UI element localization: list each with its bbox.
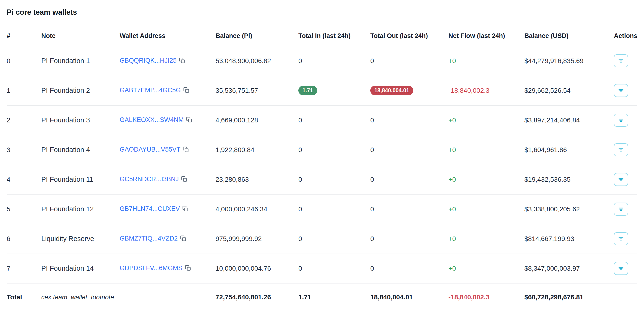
copy-address-button[interactable] xyxy=(185,265,191,273)
copy-icon xyxy=(180,235,186,242)
wallet-address-link[interactable]: GABT7EMP...4GC5G xyxy=(120,87,181,94)
copy-address-button[interactable] xyxy=(182,206,188,214)
total-in: 0 xyxy=(298,135,370,165)
total-in: 0 xyxy=(298,224,370,254)
copy-address-button[interactable] xyxy=(181,176,187,184)
total-in-badge: 1.71 xyxy=(298,86,317,95)
table-row: 6 Liquidity Reserve GBMZ7TIQ...4VZD2 975… xyxy=(7,224,637,254)
filter-icon xyxy=(618,87,624,94)
balance-pi: 1,922,800.84 xyxy=(216,135,298,165)
total-in: 0 xyxy=(298,254,370,283)
wallet-note: PI Foundation 11 xyxy=(41,165,120,194)
net-flow: +0 xyxy=(448,176,456,183)
wallet-note: Liquidity Reserve xyxy=(41,224,120,254)
filter-button[interactable] xyxy=(614,143,628,156)
page: Pi core team wallets # Note Wallet Addre… xyxy=(0,0,644,311)
wallet-note: PI Foundation 12 xyxy=(41,194,120,224)
wallet-note: PI Foundation 4 xyxy=(41,135,120,165)
net-flow: +0 xyxy=(448,116,456,124)
table-row: 1 PI Foundation 2 GABT7EMP...4GC5G 35,53… xyxy=(7,76,637,105)
total-total-out: 18,840,004.01 xyxy=(370,283,448,311)
filter-icon xyxy=(618,117,624,124)
wallet-address-link[interactable]: GB7HLN74...CUXEV xyxy=(120,205,180,212)
total-out: 0 xyxy=(370,46,448,76)
balance-pi: 53,048,900,006.82 xyxy=(216,46,298,76)
filter-button[interactable] xyxy=(614,203,628,216)
copy-icon xyxy=(179,57,185,64)
wallets-table: # Note Wallet Address Balance (Pi) Total… xyxy=(7,26,637,311)
col-header-total-out: Total Out (last 24h) xyxy=(370,26,448,46)
balance-usd: $19,432,536.35 xyxy=(524,165,614,194)
row-index: 4 xyxy=(7,165,41,194)
total-out: 0 xyxy=(370,135,448,165)
filter-button[interactable] xyxy=(614,262,628,275)
balance-pi: 4,669,000,128 xyxy=(216,105,298,135)
table-row: 2 PI Foundation 3 GALKEOXX...SW4NM 4,669… xyxy=(7,105,637,135)
col-header-balance-usd: Balance (USD) xyxy=(524,26,614,46)
col-header-note: Note xyxy=(41,26,120,46)
total-footnote: cex.team_wallet_footnote xyxy=(41,294,114,301)
total-out-badge: 18,840,004.01 xyxy=(370,86,413,95)
balance-usd: $29,662,526.54 xyxy=(524,76,614,105)
wallet-address-link[interactable]: GALKEOXX...SW4NM xyxy=(120,116,184,123)
table-total-row: Total cex.team_wallet_footnote 72,754,64… xyxy=(7,283,637,311)
table-row: 5 PI Foundation 12 GB7HLN74...CUXEV 4,00… xyxy=(7,194,637,224)
col-header-balance-pi: Balance (Pi) xyxy=(216,26,298,46)
copy-address-button[interactable] xyxy=(183,87,190,95)
total-out: 0 xyxy=(370,105,448,135)
filter-button[interactable] xyxy=(614,232,628,245)
copy-address-button[interactable] xyxy=(180,235,186,243)
total-out: 0 xyxy=(370,254,448,283)
copy-address-button[interactable] xyxy=(179,57,185,65)
filter-button[interactable] xyxy=(614,114,628,127)
filter-icon xyxy=(618,57,624,64)
total-in: 0 xyxy=(298,165,370,194)
total-net-flow: -18,840,002.3 xyxy=(448,294,490,301)
table-row: 0 PI Foundation 1 GBQQRIQK...HJI25 53,04… xyxy=(7,46,637,76)
total-total-in: 1.71 xyxy=(298,283,370,311)
net-flow: -18,840,002.3 xyxy=(448,87,490,94)
row-index: 3 xyxy=(7,135,41,165)
filter-icon xyxy=(618,235,624,243)
wallet-address-link[interactable]: GC5RNDCR...I3BNJ xyxy=(120,176,179,183)
filter-button[interactable] xyxy=(614,54,628,67)
row-index: 7 xyxy=(7,254,41,283)
total-in: 0 xyxy=(298,194,370,224)
balance-pi: 23,280,863 xyxy=(216,165,298,194)
filter-button[interactable] xyxy=(614,173,628,186)
total-in: 0 xyxy=(298,105,370,135)
copy-icon xyxy=(186,117,192,123)
filter-button[interactable] xyxy=(614,84,628,97)
filter-icon xyxy=(618,265,624,272)
col-header-index: # xyxy=(7,26,41,46)
total-in: 0 xyxy=(298,46,370,76)
copy-address-button[interactable] xyxy=(183,146,189,154)
total-label: Total xyxy=(7,283,41,311)
wallet-note: PI Foundation 3 xyxy=(41,105,120,135)
filter-icon xyxy=(618,146,624,153)
balance-usd: $814,667,199.93 xyxy=(524,224,614,254)
wallet-address-link[interactable]: GDPDSLFV...6MGMS xyxy=(120,265,182,272)
filter-icon xyxy=(618,176,624,183)
wallet-address-link[interactable]: GAODAYUB...V55VT xyxy=(120,146,180,153)
copy-address-button[interactable] xyxy=(186,117,192,125)
table-header-row: # Note Wallet Address Balance (Pi) Total… xyxy=(7,26,637,46)
total-balance-usd: $60,728,298,676.81 xyxy=(524,283,614,311)
balance-usd: $44,279,916,835.69 xyxy=(524,46,614,76)
col-header-address: Wallet Address xyxy=(120,26,216,46)
net-flow: +0 xyxy=(448,205,456,213)
col-header-total-in: Total In (last 24h) xyxy=(298,26,370,46)
balance-usd: $1,604,961.86 xyxy=(524,135,614,165)
balance-usd: $3,897,214,406.84 xyxy=(524,105,614,135)
row-index: 1 xyxy=(7,76,41,105)
net-flow: +0 xyxy=(448,235,456,243)
total-out: 0 xyxy=(370,194,448,224)
page-title: Pi core team wallets xyxy=(7,8,637,16)
balance-pi: 10,000,000,004.76 xyxy=(216,254,298,283)
balance-pi: 975,999,999.92 xyxy=(216,224,298,254)
total-balance-pi: 72,754,640,801.26 xyxy=(216,283,298,311)
wallet-address-link[interactable]: GBMZ7TIQ...4VZD2 xyxy=(120,235,178,242)
wallet-note: PI Foundation 1 xyxy=(41,46,120,76)
wallet-address-link[interactable]: GBQQRIQK...HJI25 xyxy=(120,57,176,64)
net-flow: +0 xyxy=(448,265,456,272)
